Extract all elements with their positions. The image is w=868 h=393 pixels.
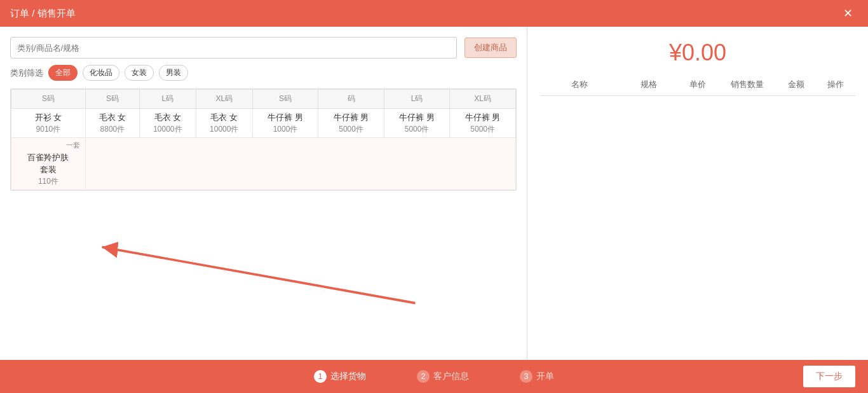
product-cell[interactable]: 牛仔裤 男 5000件 (318, 109, 384, 138)
order-col-amount: 金额 (776, 79, 816, 90)
product-tag: 一套 (17, 141, 80, 150)
right-panel: ¥0.00 名称 规格 单价 销售数量 金额 操作 (527, 27, 868, 360)
product-cell[interactable]: 牛仔裤 男 5000件 (384, 109, 450, 138)
filter-tag-cosmetics[interactable]: 化妆品 (83, 65, 119, 81)
product-name: 牛仔裤 男 (390, 111, 445, 124)
product-cell[interactable]: 毛衣 女 10000件 (196, 109, 252, 138)
stock-count: 5000件 (390, 124, 445, 135)
create-product-button[interactable]: 创建商品 (465, 38, 517, 58)
empty-cell (85, 137, 515, 190)
product-name: 毛衣 女 (145, 111, 191, 124)
filter-label: 类别筛选 (10, 67, 43, 79)
next-button[interactable]: 下一步 (803, 366, 855, 387)
product-name: 毛衣 女 (201, 111, 247, 124)
product-name: 牛仔裤 男 (258, 111, 313, 124)
product-cell-highlighted[interactable]: 一套 百雀羚护肤套装 110件 (11, 137, 86, 190)
order-col-spec: 规格 (619, 79, 678, 90)
product-name: 牛仔裤 男 (323, 111, 379, 124)
product-cell[interactable]: 毛衣 女 8800件 (85, 109, 139, 138)
product-name: 开衫 女 (17, 111, 80, 124)
order-col-qty: 销售数量 (717, 79, 776, 90)
col-header-l1: L码 (139, 90, 196, 109)
col-header-xl2: XL码 (450, 90, 516, 109)
order-col-price: 单价 (678, 79, 717, 90)
col-header-xl1: XL码 (196, 90, 252, 109)
svg-line-1 (102, 247, 415, 303)
step-3: 3 开单 (520, 370, 554, 383)
table-row[interactable]: 开衫 女 9010件 毛衣 女 8800件 毛衣 女 10000件 (11, 109, 516, 138)
modal-body: 创建商品 类别筛选 全部 化妆品 女装 男装 S码 S码 (0, 27, 868, 360)
step-3-circle: 3 (520, 370, 532, 383)
modal-title: 订单 / 销售开单 (10, 8, 837, 20)
modal-footer: 1 选择货物 2 客户信息 3 开单 下一步 (0, 360, 868, 393)
product-name: 牛仔裤 男 (455, 111, 510, 124)
product-name: 毛衣 女 (91, 111, 134, 124)
table-row-highlighted[interactable]: 一套 百雀羚护肤套装 110件 (11, 137, 516, 190)
modal-container: 订单 / 销售开单 ✕ 创建商品 类别筛选 全部 化妆品 女装 男装 (0, 0, 868, 393)
modal-header: 订单 / 销售开单 ✕ (0, 0, 868, 27)
stock-count: 8800件 (91, 124, 134, 135)
col-header-l2: L码 (384, 90, 450, 109)
close-button[interactable]: ✕ (837, 3, 858, 24)
stock-count: 10000件 (145, 124, 191, 135)
stock-count: 9010件 (17, 124, 80, 135)
search-row: 创建商品 (10, 37, 517, 59)
col-header-s1: S码 (11, 90, 86, 109)
step-3-label: 开单 (536, 371, 554, 382)
step-1-label: 选择货物 (330, 371, 366, 382)
col-header-m: 码 (318, 90, 384, 109)
filter-tag-all[interactable]: 全部 (48, 65, 78, 81)
product-cell[interactable]: 牛仔裤 男 5000件 (450, 109, 516, 138)
step-2-label: 客户信息 (433, 371, 469, 382)
order-col-name: 名称 (540, 79, 619, 90)
step-2-circle: 2 (417, 370, 430, 383)
stock-count: 5000件 (455, 124, 510, 135)
step-1: 1 选择货物 (314, 370, 366, 383)
order-col-action: 操作 (816, 79, 855, 90)
filter-tag-womens[interactable]: 女装 (125, 65, 154, 81)
product-cell[interactable]: 牛仔裤 男 1000件 (252, 109, 318, 138)
left-panel: 创建商品 类别筛选 全部 化妆品 女装 男装 S码 S码 (0, 27, 527, 360)
col-header-s2: S码 (85, 90, 139, 109)
steps-container: 1 选择货物 2 客户信息 3 开单 (314, 370, 554, 383)
col-header-s3: S码 (252, 90, 318, 109)
stock-count: 10000件 (201, 124, 247, 135)
stock-count: 5000件 (323, 124, 379, 135)
total-price: ¥0.00 (540, 39, 855, 66)
stock-count: 110件 (17, 176, 80, 187)
product-name: 百雀羚护肤套装 (17, 151, 80, 176)
filter-row: 类别筛选 全部 化妆品 女装 男装 (10, 65, 517, 81)
stock-count: 1000件 (258, 124, 313, 135)
product-cell[interactable]: 毛衣 女 10000件 (139, 109, 196, 138)
search-input[interactable] (10, 37, 457, 59)
order-table-header: 名称 规格 单价 销售数量 金额 操作 (540, 79, 855, 96)
product-grid-wrapper: S码 S码 L码 XL码 S码 码 L码 XL码 (10, 88, 517, 350)
filter-tag-mens[interactable]: 男装 (159, 65, 188, 81)
product-table: S码 S码 L码 XL码 S码 码 L码 XL码 (11, 89, 516, 190)
step-1-circle: 1 (314, 370, 327, 383)
product-grid: S码 S码 L码 XL码 S码 码 L码 XL码 (10, 88, 517, 191)
step-2: 2 客户信息 (417, 370, 469, 383)
product-cell[interactable]: 开衫 女 9010件 (11, 109, 86, 138)
